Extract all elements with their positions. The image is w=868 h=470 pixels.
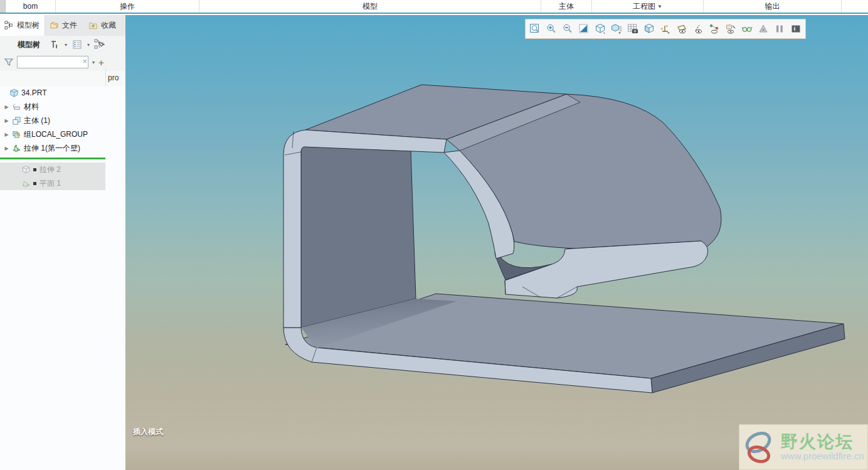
point-display-icon[interactable] — [707, 21, 722, 36]
sheetmetal-part[interactable] — [283, 85, 845, 393]
tree-item-body[interactable]: ▶ 主体 (1) — [0, 114, 125, 127]
tree-columns-icon[interactable] — [71, 38, 83, 51]
tree-filter-row: × ▾ + — [0, 53, 125, 71]
saved-views-icon[interactable] — [609, 21, 624, 36]
plane-gray-icon — [21, 179, 31, 188]
material-icon — [12, 102, 21, 112]
perspective-icon[interactable] — [788, 21, 803, 36]
part-icon — [9, 88, 19, 98]
creo-window: bom 操作 模型 主体 工程图▼ 输出 模型树 — [0, 0, 868, 470]
tree-filter-input[interactable] — [17, 56, 88, 68]
tab-favorites[interactable]: ✳ 收藏 — [84, 15, 125, 36]
window-edge-strip — [0, 0, 6, 13]
tab-filler — [842, 0, 868, 13]
tab-drawing[interactable]: 工程图▼ — [592, 0, 704, 13]
tree-item-group[interactable]: ▶ 组LOCAL_GROUP — [0, 127, 125, 141]
favorites-folder-icon: ✳ — [88, 21, 98, 30]
svg-text:y: y — [661, 26, 663, 30]
repaint-icon[interactable] — [576, 21, 591, 36]
spin-center-icon[interactable] — [756, 21, 771, 36]
zoom-out-icon[interactable] — [560, 21, 575, 36]
pause-icon[interactable] — [772, 21, 787, 36]
model-tree-title: 模型树 — [18, 40, 40, 50]
tab-model[interactable]: 模型 — [199, 0, 541, 13]
svg-text:✳: ✳ — [91, 23, 95, 29]
tree-settings-icon[interactable] — [93, 38, 106, 51]
expand-arrow-icon[interactable]: ▶ — [4, 146, 9, 151]
chevron-down-icon: ▼ — [657, 4, 662, 9]
extrude-icon — [12, 144, 21, 153]
chevron-down-icon[interactable]: ▾ — [85, 42, 92, 48]
model-tree-icon — [4, 21, 14, 30]
navigator-panel: 模型树 文件 ✳ 收藏 模型树 — [0, 15, 125, 470]
refit-icon[interactable] — [527, 21, 542, 36]
folders-icon — [50, 21, 59, 30]
expand-arrow-icon[interactable]: ▶ — [4, 104, 9, 110]
display-style-icon[interactable] — [593, 21, 608, 36]
tree-item-extrude-2[interactable]: 拉伸 2 — [0, 163, 105, 176]
navigator-tabs: 模型树 文件 ✳ 收藏 — [0, 15, 125, 36]
expand-arrow-icon[interactable]: ▶ — [4, 118, 9, 124]
watermark-url: www.proewildfire.cn — [781, 451, 864, 461]
tree-item-material[interactable]: ▶ 材料 — [0, 100, 125, 114]
zoom-in-icon[interactable] — [544, 21, 559, 36]
insert-mode-locator[interactable] — [0, 158, 105, 159]
in-graphics-toolbar: xy — [525, 19, 806, 39]
chevron-down-icon[interactable]: ▾ — [63, 42, 69, 48]
add-filter-icon[interactable]: + — [98, 57, 104, 68]
csys-display-icon[interactable] — [723, 21, 738, 36]
tree-item-plane-1[interactable]: 平面 1 — [0, 176, 105, 190]
view-manager-icon[interactable] — [625, 21, 640, 36]
tree-filters-icon[interactable] — [48, 38, 61, 51]
tree-item-extrude-1[interactable]: ▶ 拉伸 1(第一个壁) — [0, 141, 125, 155]
tab-bom[interactable]: bom — [6, 0, 56, 13]
tab-output[interactable]: 输出 — [704, 0, 842, 13]
tree-item-part[interactable]: 34.PRT — [0, 86, 125, 100]
unregenerated-marker — [33, 182, 36, 185]
tab-operation[interactable]: 操作 — [56, 0, 199, 13]
axis-display-icon[interactable] — [691, 21, 706, 36]
extrude-gray-icon — [21, 165, 31, 174]
tab-folder-browser[interactable]: 文件 — [45, 15, 84, 36]
chevron-down-icon[interactable]: ▾ — [90, 60, 97, 65]
section-icon[interactable] — [642, 21, 657, 36]
model-tree-toolbar: 模型树 ▾ ▾ — [0, 36, 125, 53]
model-canvas[interactable] — [125, 15, 868, 470]
graphics-area[interactable]: xy — [125, 15, 868, 470]
plane-display-icon[interactable] — [674, 21, 689, 36]
wildfire-logo-icon — [742, 429, 778, 466]
tab-body[interactable]: 主体 — [541, 0, 592, 13]
group-icon — [12, 130, 21, 139]
tab-model-tree[interactable]: 模型树 — [0, 15, 45, 36]
watermark-title: 野火论坛 — [781, 433, 864, 451]
tree-column-header: pro — [0, 71, 125, 87]
svg-text:x: x — [666, 24, 668, 28]
insert-mode-status: 插入模式 — [133, 427, 163, 437]
datum-display-icon[interactable]: xy — [658, 21, 673, 36]
model-tree: 34.PRT ▶ 材料 ▶ 主体 (1) ▶ — [0, 86, 125, 470]
filter-funnel-icon — [3, 56, 15, 68]
ribbon-tab-bar: bom 操作 模型 主体 工程图▼ 输出 — [0, 0, 868, 14]
column-header-label[interactable]: pro — [108, 73, 119, 82]
watermark: 野火论坛 www.proewildfire.cn — [739, 424, 868, 470]
body-icon — [12, 116, 21, 126]
expand-arrow-icon[interactable]: ▶ — [4, 132, 9, 137]
clear-filter-icon[interactable]: × — [82, 56, 87, 66]
unregenerated-marker — [33, 168, 36, 171]
annotation-display-icon[interactable] — [739, 21, 754, 36]
